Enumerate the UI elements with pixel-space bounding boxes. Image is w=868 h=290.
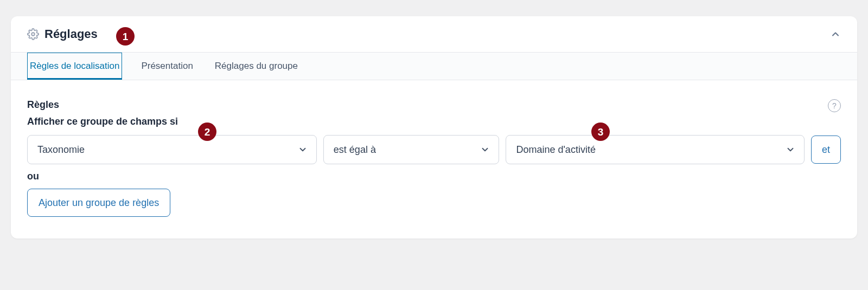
rule-value-value: Domaine d'activité (516, 144, 596, 156)
tab-group-settings[interactable]: Réglages du groupe (212, 53, 301, 80)
tab-location-rules[interactable]: Règles de localisation (27, 53, 122, 80)
panel-header[interactable]: Réglages (11, 16, 857, 52)
or-label: ou (27, 171, 841, 182)
rule-param-select[interactable]: Taxonomie (27, 135, 317, 164)
rule-value-select[interactable]: Domaine d'activité (506, 135, 805, 164)
chevron-up-icon[interactable] (830, 29, 841, 40)
panel-body: ? Règles Afficher ce groupe de champs si… (11, 80, 857, 239)
rules-description: Afficher ce groupe de champs si (27, 116, 841, 127)
gear-icon (27, 28, 39, 40)
rule-param-value: Taxonomie (37, 144, 85, 156)
chevron-down-icon (786, 145, 795, 154)
chevron-down-icon (480, 145, 490, 154)
settings-panel: Réglages Règles de localisation Présenta… (11, 16, 857, 239)
help-icon[interactable]: ? (828, 99, 841, 112)
settings-panel-wrapper: 1 2 3 Réglages Règles de localisation Pr… (11, 16, 857, 239)
rule-operator-select[interactable]: est égal à (323, 135, 500, 164)
settings-tabs: Règles de localisation Présentation Régl… (11, 52, 857, 80)
add-and-rule-button[interactable]: et (811, 136, 841, 164)
rule-row: Taxonomie est égal à Domaine d'activité (27, 135, 841, 164)
annotation-badge-1: 1 (116, 27, 135, 46)
svg-point-0 (31, 33, 35, 36)
panel-title: Réglages (44, 27, 98, 41)
add-rule-group-button[interactable]: Ajouter un groupe de règles (27, 189, 170, 217)
tab-presentation[interactable]: Présentation (138, 53, 195, 80)
annotation-badge-3: 3 (591, 123, 610, 141)
rules-heading: Règles (27, 99, 841, 111)
chevron-down-icon (298, 145, 308, 154)
rule-operator-value: est égal à (334, 144, 376, 156)
annotation-badge-2: 2 (198, 123, 216, 141)
